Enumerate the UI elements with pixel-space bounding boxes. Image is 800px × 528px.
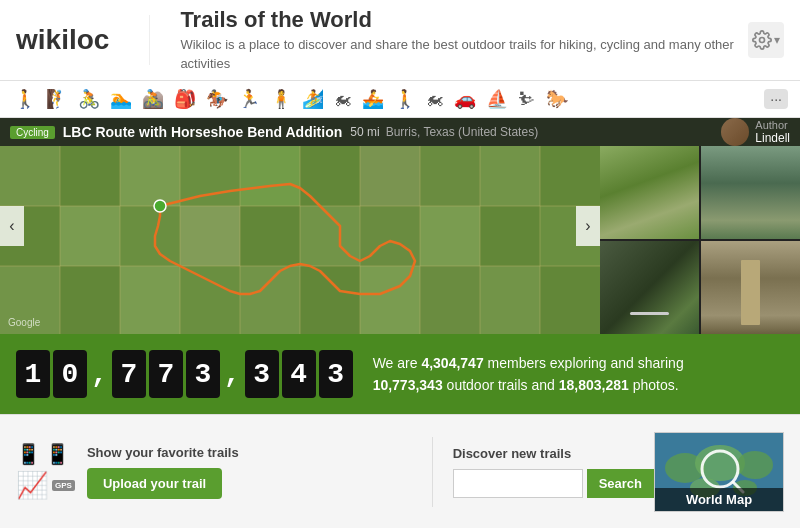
device-icon-row-1: 📱 📱 [16, 442, 75, 466]
more-activities-button[interactable]: ··· [764, 89, 788, 109]
activity-surf-icon[interactable]: 🏄 [300, 86, 326, 112]
activity-cycling-icon[interactable]: 🚴 [76, 86, 102, 112]
counter-digit-2: 0 [53, 350, 87, 398]
svg-rect-25 [180, 266, 240, 334]
counter-digit-4: 7 [149, 350, 183, 398]
counter-digit-8: 3 [319, 350, 353, 398]
gear-dropdown-arrow: ▾ [774, 33, 780, 47]
activity-ski-icon[interactable]: ⛷ [516, 87, 538, 112]
svg-rect-24 [120, 266, 180, 334]
stats-photos-suffix: photos. [629, 377, 679, 393]
search-button[interactable]: Search [587, 469, 654, 498]
svg-rect-4 [120, 146, 180, 206]
section-divider [432, 437, 433, 507]
svg-rect-26 [240, 266, 300, 334]
device-icon-row-2: 📈 GPS [16, 470, 75, 501]
upload-section: 📱 📱 📈 GPS Show your favorite trails Uplo… [16, 442, 412, 501]
logo[interactable]: wikiloc [16, 24, 109, 56]
phone-icon: 📱 [45, 442, 70, 466]
google-attribution: Google [8, 317, 40, 328]
stats-photos-count: 18,803,281 [559, 377, 629, 393]
svg-point-47 [737, 451, 773, 479]
trail-info-bar: Cycling LBC Route with Horseshoe Bend Ad… [0, 118, 800, 146]
search-row: Search [453, 469, 654, 498]
activity-car-icon[interactable]: 🚗 [452, 86, 478, 112]
stats-trails-suffix: outdoor trails and [443, 377, 559, 393]
header-divider [149, 15, 150, 65]
upload-content: Show your favorite trails Upload your tr… [87, 445, 239, 499]
trail-photo-3[interactable] [600, 241, 699, 334]
stats-text-mid: members exploring and sharing [484, 355, 684, 371]
counter-comma-2: , [224, 359, 241, 390]
upload-trail-button[interactable]: Upload your trail [87, 468, 222, 499]
settings-button[interactable]: ▾ [748, 22, 784, 58]
map-background: Google [0, 146, 600, 334]
discover-section: Discover new trails Search [453, 446, 654, 498]
svg-rect-14 [120, 206, 180, 266]
activity-walk2-icon[interactable]: 🚶 [392, 86, 418, 112]
trail-photo-4[interactable] [701, 241, 800, 334]
activity-walk-icon[interactable]: 🧍 [268, 86, 294, 112]
stats-bar: 1 0 , 7 7 3 , 3 4 3 We are 4,304,747 mem… [0, 334, 800, 414]
trail-title: LBC Route with Horseshoe Bend Addition [63, 124, 342, 140]
activity-sail-icon[interactable]: ⛵ [484, 86, 510, 112]
header-text-block: Trails of the World Wikiloc is a place t… [160, 7, 740, 72]
search-input[interactable] [453, 469, 583, 498]
counter-digit-3: 7 [112, 350, 146, 398]
svg-rect-3 [60, 146, 120, 206]
svg-rect-5 [180, 146, 240, 206]
avatar [721, 118, 749, 146]
svg-rect-13 [60, 206, 120, 266]
world-map-button[interactable]: World Map [654, 432, 784, 512]
activity-moto-icon[interactable]: 🏍 [332, 87, 354, 112]
prev-trail-button[interactable]: ‹ [0, 206, 24, 246]
svg-rect-16 [240, 206, 300, 266]
activity-swimming-icon[interactable]: 🏊 [108, 86, 134, 112]
trail-photos-grid [600, 146, 800, 334]
author-block: Author Lindell [721, 118, 790, 146]
stats-trails-count: 10,773,343 [373, 377, 443, 393]
activity-trekking-icon[interactable]: 🧗 [44, 86, 70, 112]
stats-members-count: 4,304,747 [421, 355, 483, 371]
next-trail-button[interactable]: › [576, 206, 600, 246]
author-info: Author Lindell [755, 119, 790, 145]
bottom-bar: 📱 📱 📈 GPS Show your favorite trails Uplo… [0, 414, 800, 528]
svg-rect-15 [180, 206, 240, 266]
svg-rect-2 [0, 146, 60, 206]
activity-mtb-icon[interactable]: 🚵 [140, 86, 166, 112]
activity-backpack-icon[interactable]: 🎒 [172, 86, 198, 112]
trail-category-badge: Cycling [10, 126, 55, 139]
counter-digit-5: 3 [186, 350, 220, 398]
counter-comma-1: , [91, 359, 108, 390]
activity-run-icon[interactable]: 🏃 [236, 86, 262, 112]
header: wikiloc Trails of the World Wikiloc is a… [0, 0, 800, 80]
discover-label: Discover new trails [453, 446, 654, 461]
stats-text-prefix: We are [373, 355, 422, 371]
activity-hiking-icon[interactable]: 🚶 [12, 86, 38, 112]
svg-rect-6 [240, 146, 300, 206]
svg-rect-11 [540, 146, 600, 206]
counter-digit-1: 1 [16, 350, 50, 398]
svg-rect-20 [480, 206, 540, 266]
show-trails-label: Show your favorite trails [87, 445, 239, 460]
stats-description: We are 4,304,747 members exploring and s… [373, 352, 684, 397]
trail-counter: 1 0 , 7 7 3 , 3 4 3 [16, 350, 353, 398]
author-label: Author [755, 119, 790, 131]
svg-rect-8 [360, 146, 420, 206]
author-name: Lindell [755, 131, 790, 145]
activity-atv-icon[interactable]: 🏍 [424, 87, 446, 112]
activity-horse-icon[interactable]: 🏇 [204, 86, 230, 112]
trail-location: Burris, Texas (United States) [386, 125, 539, 139]
page-subtitle: Wikiloc is a place to discover and share… [180, 36, 740, 72]
counter-digit-7: 4 [282, 350, 316, 398]
activity-trail-icon[interactable]: 🐎 [544, 86, 570, 112]
svg-rect-31 [540, 266, 600, 334]
svg-point-43 [154, 200, 166, 212]
activity-icons-bar: 🚶 🧗 🚴 🏊 🚵 🎒 🏇 🏃 🧍 🏄 🏍 🚣 🚶 🏍 🚗 ⛵ ⛷ 🐎 ··· [0, 80, 800, 118]
gps-badge: GPS [52, 480, 75, 491]
trail-photo-1[interactable] [600, 146, 699, 239]
trail-photo-2[interactable] [701, 146, 800, 239]
activity-kayak-icon[interactable]: 🚣 [360, 86, 386, 112]
svg-rect-30 [480, 266, 540, 334]
trail-map-section: Cycling LBC Route with Horseshoe Bend Ad… [0, 118, 800, 334]
